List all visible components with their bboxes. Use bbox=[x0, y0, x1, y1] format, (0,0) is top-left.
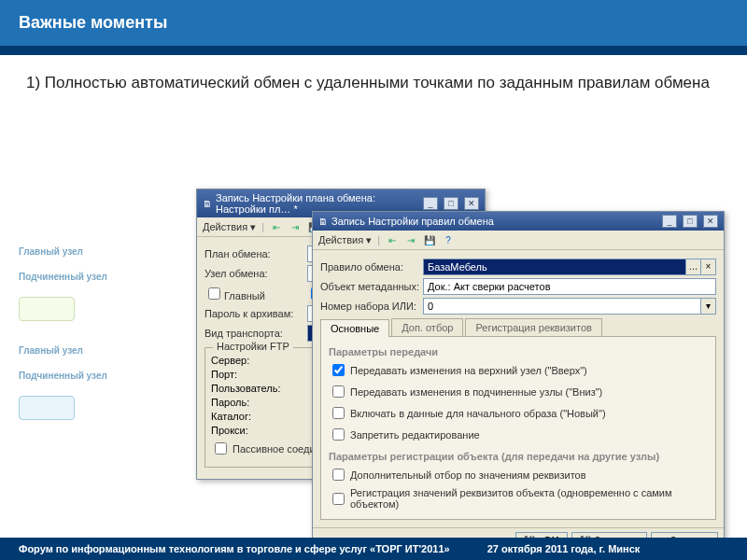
toolbar: Действия ▾ | ⇤ ⇥ 💾 ? bbox=[313, 231, 724, 250]
footer-right: 27 октября 2011 года, г. Минск bbox=[487, 543, 641, 554]
main-checkbox[interactable] bbox=[208, 287, 220, 300]
user-label: Пользователь: bbox=[211, 383, 295, 394]
register-attrs-checkbox[interactable] bbox=[332, 493, 345, 505]
send-down-label: Передавать изменения в подчиненные узлы … bbox=[350, 386, 602, 398]
include-new-checkbox[interactable] bbox=[332, 407, 345, 419]
minimize-button[interactable]: _ bbox=[662, 215, 677, 228]
catalog-label: Каталог: bbox=[211, 411, 295, 422]
save-icon[interactable]: 💾 bbox=[423, 233, 436, 246]
rule-clear-button[interactable]: × bbox=[701, 259, 716, 275]
diagram-panel: Главный узел Подчиненный узел Главный уз… bbox=[19, 231, 187, 420]
plan-label: План обмена: bbox=[204, 248, 307, 259]
send-up-label: Передавать изменения на верхний узел ("В… bbox=[350, 365, 587, 376]
next-icon[interactable]: ⇥ bbox=[289, 220, 302, 233]
tab-strip: Основные Доп. отбор Регистрация реквизит… bbox=[320, 318, 716, 337]
maximize-button[interactable]: □ bbox=[444, 197, 458, 210]
next-icon[interactable]: ⇥ bbox=[404, 233, 417, 246]
app-icon: 🗎 bbox=[318, 217, 328, 227]
readonly-checkbox[interactable] bbox=[332, 428, 345, 441]
ftp-settings-legend: Настройки FTP bbox=[213, 341, 293, 352]
maximize-button[interactable]: □ bbox=[683, 215, 698, 228]
port-label: Порт: bbox=[211, 369, 295, 380]
server-label: Сервер: bbox=[211, 355, 295, 366]
node-label: Узел обмена: bbox=[204, 268, 307, 279]
diagram-label: Подчиненный узел bbox=[19, 272, 187, 282]
include-new-label: Включать в данные для начального образа … bbox=[350, 408, 606, 419]
diagram-label: Главный узел bbox=[19, 345, 187, 356]
exchange-rules-settings-window: 🗎 Запись Настройки правил обмена _ □ ✕ Д… bbox=[312, 211, 725, 553]
tab-attr-registration[interactable]: Регистрация реквизитов bbox=[465, 318, 601, 336]
slide-header-stripe bbox=[0, 46, 747, 55]
registration-params-header: Параметры регистрации объекта (для перед… bbox=[329, 451, 708, 462]
readonly-label: Запретить редактирование bbox=[350, 429, 480, 441]
titlebar[interactable]: 🗎 Запись Настройки правил обмена _ □ ✕ bbox=[313, 212, 724, 231]
transport-label: Вид транспорта: bbox=[204, 328, 307, 339]
diagram-box bbox=[19, 396, 75, 420]
actions-menu[interactable]: Действия ▾ bbox=[203, 221, 256, 233]
set-number-field[interactable]: 0 bbox=[423, 298, 701, 315]
tab-extra-filter[interactable]: Доп. отбор bbox=[391, 318, 463, 336]
password-label: Пароль: bbox=[211, 397, 295, 408]
slide-footer: Форум по информационным технологиям в то… bbox=[0, 538, 747, 560]
minimize-button[interactable]: _ bbox=[423, 197, 438, 210]
diagram-box bbox=[19, 297, 75, 321]
register-attrs-label: Регистрация значений реквизитов объекта … bbox=[350, 487, 708, 510]
archive-pwd-label: Пароль к архивам: bbox=[204, 308, 307, 319]
prev-icon[interactable]: ⇤ bbox=[270, 220, 283, 233]
help-icon[interactable]: ? bbox=[442, 233, 455, 246]
set-number-label: Номер набора ИЛИ: bbox=[320, 301, 423, 312]
passive-checkbox[interactable] bbox=[215, 442, 227, 455]
close-button[interactable]: ✕ bbox=[464, 197, 479, 210]
metadata-label: Объект метаданных: bbox=[320, 281, 423, 292]
footer-left: Форум по информационным технологиям в то… bbox=[19, 543, 450, 554]
rule-label: Правило обмена: bbox=[320, 261, 423, 273]
transfer-params-header: Параметры передачи bbox=[329, 346, 708, 357]
slide-title: Важные моменты bbox=[0, 0, 747, 46]
window-title: Запись Настройки правил обмена bbox=[331, 216, 656, 227]
diagram-label: Подчиненный узел bbox=[19, 371, 187, 381]
form-body: Правило обмена: БазаМебель … × Объект ме… bbox=[313, 250, 724, 527]
prev-icon[interactable]: ⇤ bbox=[386, 233, 399, 246]
diagram-label: Главный узел bbox=[19, 246, 187, 257]
close-button[interactable]: ✕ bbox=[703, 215, 718, 228]
rule-select-button[interactable]: … bbox=[686, 259, 701, 275]
stepper-icon[interactable]: ▾ bbox=[701, 298, 716, 315]
metadata-field[interactable]: Док.: Акт сверки расчетов bbox=[423, 278, 716, 295]
extra-filter-checkbox[interactable] bbox=[332, 469, 345, 481]
tab-main[interactable]: Основные bbox=[320, 319, 389, 337]
proxy-label: Прокси: bbox=[211, 425, 295, 436]
main-checkbox-label: Главный bbox=[224, 290, 265, 301]
tab-body: Параметры передачи Передавать изменения … bbox=[320, 337, 716, 520]
send-down-checkbox[interactable] bbox=[332, 385, 345, 398]
rule-field[interactable]: БазаМебель bbox=[423, 259, 686, 275]
app-icon: 🗎 bbox=[203, 199, 212, 209]
actions-menu[interactable]: Действия ▾ bbox=[318, 234, 372, 246]
slide-body-text: 1) Полностью автоматический обмен с удал… bbox=[0, 55, 747, 111]
send-up-checkbox[interactable] bbox=[332, 364, 345, 376]
extra-filter-label: Дополнительный отбор по значениям реквиз… bbox=[350, 469, 586, 481]
